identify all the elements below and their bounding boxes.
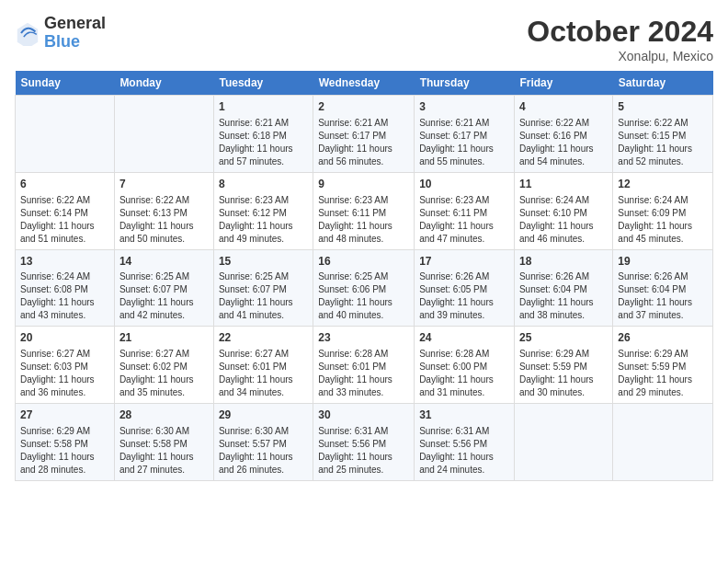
calendar-cell [613, 404, 713, 481]
calendar-cell: 24Sunrise: 6:28 AM Sunset: 6:00 PM Dayli… [415, 327, 515, 404]
location: Xonalpu, Mexico [527, 49, 713, 63]
day-info: Sunrise: 6:27 AM Sunset: 6:03 PM Dayligh… [20, 348, 109, 399]
calendar-cell: 8Sunrise: 6:23 AM Sunset: 6:12 PM Daylig… [213, 172, 313, 249]
calendar-cell: 23Sunrise: 6:28 AM Sunset: 6:01 PM Dayli… [313, 327, 415, 404]
day-info: Sunrise: 6:24 AM Sunset: 6:10 PM Dayligh… [519, 194, 608, 246]
day-header-wednesday: Wednesday [313, 71, 415, 96]
week-row-3: 13Sunrise: 6:24 AM Sunset: 6:08 PM Dayli… [16, 249, 713, 327]
calendar-cell: 5Sunrise: 6:22 AM Sunset: 6:15 PM Daylig… [613, 96, 713, 173]
day-number: 3 [419, 99, 509, 115]
calendar-cell: 29Sunrise: 6:30 AM Sunset: 5:57 PM Dayli… [213, 404, 313, 481]
calendar-cell: 13Sunrise: 6:24 AM Sunset: 6:08 PM Dayli… [16, 249, 115, 327]
calendar-cell: 26Sunrise: 6:29 AM Sunset: 5:59 PM Dayli… [613, 327, 713, 404]
calendar-cell: 14Sunrise: 6:25 AM Sunset: 6:07 PM Dayli… [114, 249, 213, 327]
day-number: 7 [119, 177, 209, 192]
calendar-cell [114, 96, 213, 173]
day-info: Sunrise: 6:29 AM Sunset: 5:59 PM Dayligh… [618, 348, 708, 399]
day-info: Sunrise: 6:23 AM Sunset: 6:11 PM Dayligh… [419, 194, 509, 246]
header-row: SundayMondayTuesdayWednesdayThursdayFrid… [16, 71, 713, 96]
week-row-1: 1Sunrise: 6:21 AM Sunset: 6:18 PM Daylig… [16, 96, 713, 173]
day-info: Sunrise: 6:24 AM Sunset: 6:09 PM Dayligh… [618, 194, 708, 246]
calendar-cell: 27Sunrise: 6:29 AM Sunset: 5:58 PM Dayli… [16, 404, 115, 481]
day-number: 2 [318, 99, 409, 115]
calendar-cell [16, 96, 115, 173]
day-info: Sunrise: 6:31 AM Sunset: 5:56 PM Dayligh… [419, 425, 509, 477]
day-info: Sunrise: 6:23 AM Sunset: 6:12 PM Dayligh… [219, 194, 308, 246]
day-info: Sunrise: 6:31 AM Sunset: 5:56 PM Dayligh… [318, 425, 409, 477]
day-info: Sunrise: 6:25 AM Sunset: 6:06 PM Dayligh… [318, 270, 409, 322]
day-number: 30 [318, 408, 409, 423]
calendar-cell: 2Sunrise: 6:21 AM Sunset: 6:17 PM Daylig… [313, 96, 415, 173]
day-number: 8 [219, 177, 308, 192]
calendar-cell: 31Sunrise: 6:31 AM Sunset: 5:56 PM Dayli… [415, 404, 515, 481]
calendar-table: SundayMondayTuesdayWednesdayThursdayFrid… [15, 71, 713, 481]
day-number: 20 [20, 330, 109, 346]
day-number: 5 [618, 99, 708, 115]
day-number: 21 [119, 330, 209, 346]
day-header-friday: Friday [514, 71, 612, 96]
day-number: 1 [219, 99, 308, 115]
day-number: 31 [419, 408, 509, 423]
calendar-cell: 17Sunrise: 6:26 AM Sunset: 6:05 PM Dayli… [415, 249, 515, 327]
page-header: General Blue October 2024 Xonalpu, Mexic… [15, 15, 713, 63]
day-header-tuesday: Tuesday [213, 71, 313, 96]
day-number: 14 [119, 254, 209, 270]
day-info: Sunrise: 6:27 AM Sunset: 6:01 PM Dayligh… [219, 348, 308, 399]
calendar-cell: 4Sunrise: 6:22 AM Sunset: 6:16 PM Daylig… [514, 96, 612, 173]
day-info: Sunrise: 6:21 AM Sunset: 6:17 PM Dayligh… [419, 117, 509, 168]
calendar-cell: 22Sunrise: 6:27 AM Sunset: 6:01 PM Dayli… [213, 327, 313, 404]
calendar-cell: 20Sunrise: 6:27 AM Sunset: 6:03 PM Dayli… [16, 327, 115, 404]
day-info: Sunrise: 6:30 AM Sunset: 5:58 PM Dayligh… [119, 425, 209, 477]
day-info: Sunrise: 6:22 AM Sunset: 6:15 PM Dayligh… [618, 117, 708, 168]
day-number: 6 [20, 177, 109, 192]
day-number: 16 [318, 254, 409, 270]
day-number: 15 [219, 254, 308, 270]
logo-line2: Blue [44, 33, 106, 52]
day-info: Sunrise: 6:30 AM Sunset: 5:57 PM Dayligh… [219, 425, 308, 477]
calendar-cell: 11Sunrise: 6:24 AM Sunset: 6:10 PM Dayli… [514, 172, 612, 249]
day-info: Sunrise: 6:26 AM Sunset: 6:04 PM Dayligh… [519, 270, 608, 322]
logo-line1: General [44, 15, 106, 33]
calendar-header: SundayMondayTuesdayWednesdayThursdayFrid… [16, 71, 713, 96]
calendar-cell: 19Sunrise: 6:26 AM Sunset: 6:04 PM Dayli… [613, 249, 713, 327]
day-header-saturday: Saturday [613, 71, 713, 96]
calendar-cell: 3Sunrise: 6:21 AM Sunset: 6:17 PM Daylig… [415, 96, 515, 173]
day-info: Sunrise: 6:29 AM Sunset: 5:58 PM Dayligh… [20, 425, 109, 477]
day-number: 10 [419, 177, 509, 192]
week-row-2: 6Sunrise: 6:22 AM Sunset: 6:14 PM Daylig… [16, 172, 713, 249]
day-number: 27 [20, 408, 109, 423]
calendar-cell: 28Sunrise: 6:30 AM Sunset: 5:58 PM Dayli… [114, 404, 213, 481]
day-info: Sunrise: 6:25 AM Sunset: 6:07 PM Dayligh… [119, 270, 209, 322]
calendar-cell: 9Sunrise: 6:23 AM Sunset: 6:11 PM Daylig… [313, 172, 415, 249]
day-number: 11 [519, 177, 608, 192]
title-block: October 2024 Xonalpu, Mexico [527, 15, 713, 63]
svg-marker-0 [17, 23, 38, 46]
day-number: 18 [519, 254, 608, 270]
day-info: Sunrise: 6:24 AM Sunset: 6:08 PM Dayligh… [20, 270, 109, 322]
day-header-thursday: Thursday [415, 71, 515, 96]
day-info: Sunrise: 6:21 AM Sunset: 6:18 PM Dayligh… [219, 117, 308, 168]
calendar-cell: 15Sunrise: 6:25 AM Sunset: 6:07 PM Dayli… [213, 249, 313, 327]
day-info: Sunrise: 6:21 AM Sunset: 6:17 PM Dayligh… [318, 117, 409, 168]
calendar-body: 1Sunrise: 6:21 AM Sunset: 6:18 PM Daylig… [16, 96, 713, 481]
day-info: Sunrise: 6:22 AM Sunset: 6:16 PM Dayligh… [519, 117, 608, 168]
day-header-monday: Monday [114, 71, 213, 96]
day-number: 17 [419, 254, 509, 270]
day-number: 22 [219, 330, 308, 346]
day-number: 26 [618, 330, 708, 346]
calendar-cell: 12Sunrise: 6:24 AM Sunset: 6:09 PM Dayli… [613, 172, 713, 249]
day-info: Sunrise: 6:23 AM Sunset: 6:11 PM Dayligh… [318, 194, 409, 246]
day-info: Sunrise: 6:26 AM Sunset: 6:04 PM Dayligh… [618, 270, 708, 322]
calendar-cell: 10Sunrise: 6:23 AM Sunset: 6:11 PM Dayli… [415, 172, 515, 249]
day-number: 4 [519, 99, 608, 115]
month-title: October 2024 [527, 15, 713, 49]
week-row-4: 20Sunrise: 6:27 AM Sunset: 6:03 PM Dayli… [16, 327, 713, 404]
day-info: Sunrise: 6:26 AM Sunset: 6:05 PM Dayligh… [419, 270, 509, 322]
day-info: Sunrise: 6:22 AM Sunset: 6:13 PM Dayligh… [119, 194, 209, 246]
day-number: 19 [618, 254, 708, 270]
day-info: Sunrise: 6:27 AM Sunset: 6:02 PM Dayligh… [119, 348, 209, 399]
calendar-cell: 25Sunrise: 6:29 AM Sunset: 5:59 PM Dayli… [514, 327, 612, 404]
calendar-cell: 18Sunrise: 6:26 AM Sunset: 6:04 PM Dayli… [514, 249, 612, 327]
day-number: 9 [318, 177, 409, 192]
logo: General Blue [15, 15, 106, 52]
